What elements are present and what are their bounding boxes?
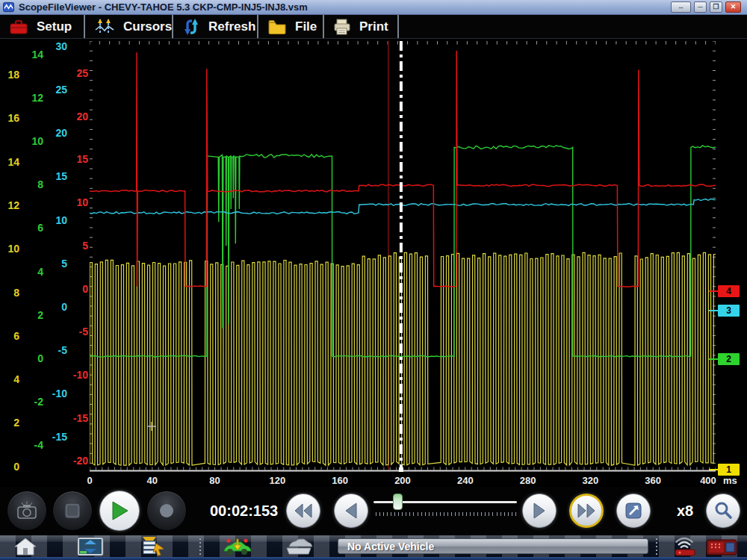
y-axis-label-ch3: 15 — [45, 169, 67, 183]
menu-file-button[interactable]: File — [257, 15, 323, 38]
x-axis-label: 0 — [73, 475, 106, 486]
transport-toolbar: 00:02:153 — [0, 487, 747, 535]
scan-module-icon — [705, 536, 738, 557]
y-axis-label-ch2: 0 — [24, 352, 43, 365]
refresh-icon — [182, 18, 200, 36]
taskbar-divider — [656, 538, 657, 555]
scope-file-viewer-window: ScopeFileViewer - CHEVY-TAHOE 5.3 CKP-CM… — [0, 0, 747, 560]
y-axis-label-ch3: 0 — [45, 300, 67, 314]
app-icon — [3, 1, 14, 13]
minimize-button[interactable]: ─ — [694, 1, 707, 13]
window-controls: ↔ ─ ❐ ✕ — [671, 1, 741, 13]
y-axis-label-ch2: 14 — [24, 48, 43, 61]
y-axis-label-ch2: 8 — [24, 178, 43, 191]
y-axis-label-ch4: 20 — [67, 110, 88, 123]
y-axis-label-ch1: 10 — [0, 242, 19, 255]
y-axis-label-ch4: 25 — [67, 66, 88, 80]
channel-badge-3[interactable]: 3 — [718, 305, 740, 317]
y-axis-label-ch3: 10 — [45, 214, 67, 227]
step-back-icon — [344, 502, 359, 520]
waveform-plot[interactable] — [90, 41, 716, 473]
home-button[interactable] — [13, 537, 37, 556]
status-text: No Active Vehicle — [347, 541, 434, 553]
time-display: 00:02:153 — [210, 487, 278, 535]
expand-button[interactable] — [616, 494, 651, 528]
channel-badge-tick — [709, 358, 718, 360]
y-axis-label-ch1: 6 — [0, 329, 19, 343]
position-slider-thumb[interactable] — [393, 494, 403, 510]
play-icon — [110, 500, 129, 521]
fast-forward-button[interactable] — [569, 494, 604, 528]
record-button[interactable] — [146, 491, 187, 531]
snapshot-button[interactable] — [7, 491, 47, 531]
stop-button[interactable] — [52, 491, 93, 531]
y-axis-label-ch2: -2 — [24, 395, 43, 408]
y-axis-label-ch3: -15 — [45, 430, 67, 444]
channel-badge-4[interactable]: 4 — [718, 285, 740, 297]
zoom-button[interactable] — [706, 494, 740, 528]
close-button[interactable]: ✕ — [725, 1, 741, 13]
y-axis-label-ch1: 12 — [0, 199, 19, 212]
menu-file-label: File — [295, 19, 317, 34]
y-axis-label-ch3: 20 — [45, 126, 67, 140]
channel-badge-tick — [709, 310, 718, 311]
data-manager-button[interactable] — [140, 537, 167, 556]
scope-display: 18161412108642014121086420-2-43025201510… — [0, 39, 747, 487]
record-icon — [158, 502, 176, 520]
toolbox-icon — [9, 19, 28, 35]
title-bar: ScopeFileViewer - CHEVY-TAHOE 5.3 CKP-CM… — [0, 0, 747, 15]
vehicle-scanner-button[interactable] — [221, 537, 252, 556]
taskbar: No Active Vehicle — [0, 535, 747, 557]
y-axis-label-ch4: 0 — [67, 282, 88, 296]
y-axis-label-ch3: -10 — [45, 387, 67, 400]
scope-multimeter-button[interactable] — [76, 537, 105, 556]
y-axis-label-ch3: 30 — [45, 40, 67, 53]
speed-label: x8 — [677, 487, 693, 535]
step-forward-button[interactable] — [522, 494, 557, 528]
vehicle-tray-icon — [285, 536, 313, 557]
menu-setup-label: Setup — [37, 19, 72, 34]
y-axis-label-ch3: 25 — [45, 83, 67, 96]
step-forward-icon — [532, 502, 547, 520]
y-axis-label-ch1: 2 — [0, 416, 19, 429]
channel-badge-1[interactable]: 1 — [718, 464, 740, 476]
expand-icon — [624, 501, 643, 520]
play-button[interactable] — [99, 491, 140, 531]
menu-refresh-button[interactable]: Refresh — [172, 15, 257, 38]
channel-badge-2[interactable]: 2 — [718, 353, 740, 365]
menu-cursors-label: Cursors — [123, 19, 172, 34]
x-axis-label: 80 — [199, 475, 232, 486]
scope-multimeter-icon — [76, 536, 105, 557]
window-bottom-border — [0, 557, 747, 560]
menu-setup-button[interactable]: Setup — [0, 15, 84, 38]
channel-badge-tick — [709, 469, 718, 470]
y-axis-label-ch2: 2 — [24, 308, 43, 322]
scan-module-button[interactable] — [705, 537, 738, 556]
x-axis-label: 40 — [136, 475, 169, 486]
y-axis-label-ch3: -5 — [45, 343, 67, 357]
x-axis-label: 280 — [512, 475, 545, 486]
vehicle-tray-button[interactable] — [285, 537, 313, 556]
menu-refresh-label: Refresh — [208, 19, 255, 34]
restore-button[interactable]: ❐ — [710, 1, 722, 13]
menu-print-button[interactable]: Print — [323, 15, 397, 38]
wireless-module-button[interactable] — [669, 537, 699, 556]
fast-forward-icon — [576, 502, 597, 520]
x-axis-label: 160 — [323, 475, 356, 486]
step-back-button[interactable] — [334, 494, 368, 528]
x-axis-label: 200 — [386, 475, 419, 486]
wireless-module-icon — [669, 536, 699, 557]
y-axis-label-ch1: 4 — [0, 373, 19, 386]
x-axis-label: 320 — [574, 475, 607, 486]
folder-icon — [267, 19, 287, 35]
rewind-button[interactable] — [286, 494, 320, 528]
resize-button[interactable]: ↔ — [671, 1, 691, 13]
y-axis-label-ch4: -10 — [67, 368, 88, 382]
y-axis-label-ch4: 5 — [67, 239, 88, 252]
window-title: ScopeFileViewer - CHEVY-TAHOE 5.3 CKP-CM… — [19, 1, 308, 13]
menu-cursors-button[interactable]: Cursors — [84, 15, 172, 38]
camera-icon — [14, 500, 40, 522]
printer-icon — [333, 19, 351, 35]
channel-badge-tick — [709, 290, 718, 292]
y-axis-label-ch4: 10 — [67, 196, 88, 209]
